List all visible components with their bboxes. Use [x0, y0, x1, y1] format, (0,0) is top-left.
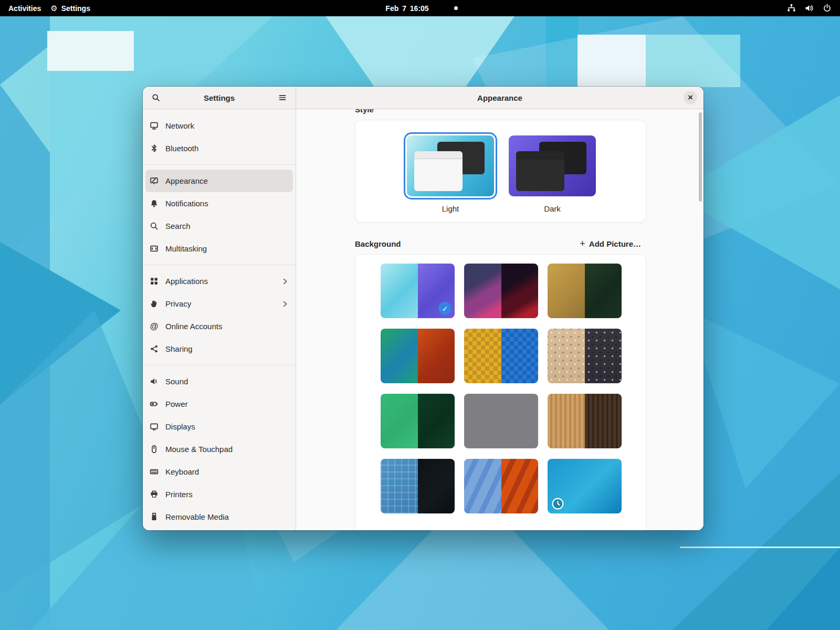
sidebar-item-privacy[interactable]: Privacy: [145, 292, 293, 315]
add-picture-button[interactable]: + Add Picture…: [575, 236, 645, 251]
sidebar-item-sound[interactable]: Sound: [145, 370, 293, 393]
wallpaper-thumbnail-waves-pink-red[interactable]: [464, 264, 538, 318]
keyboard-icon: [150, 467, 159, 476]
bluetooth-icon: [150, 144, 159, 153]
scrollbar-thumb[interactable]: [699, 112, 702, 202]
media-indicator-dot: [454, 6, 458, 10]
sidebar-item-displays[interactable]: Displays: [145, 415, 293, 438]
power-icon: [150, 400, 159, 408]
search-icon: [152, 93, 160, 102]
close-icon: ×: [688, 92, 693, 102]
sidebar-item-label: Appearance: [165, 176, 208, 185]
sidebar-item-label: Printers: [165, 490, 193, 499]
sidebar-item-label: Displays: [165, 422, 195, 431]
sidebar-item-applications[interactable]: Applications: [145, 270, 293, 292]
sidebar-separator: [143, 265, 296, 265]
sidebar-headerbar: Settings: [143, 87, 296, 109]
sidebar-item-online-accounts[interactable]: @Online Accounts: [145, 315, 293, 338]
mouse-icon: [150, 445, 159, 454]
applications-icon: [150, 277, 159, 286]
wallpaper-half: [464, 264, 501, 318]
wallpaper-half: [418, 329, 455, 383]
wallpaper-half: [585, 329, 622, 383]
settings-sidebar: Settings NetworkBluetoothAppearanceNotif…: [143, 87, 296, 530]
style-section-label: Style: [355, 109, 374, 114]
wallpaper-half: [548, 394, 585, 448]
preview-front-window: [414, 151, 463, 191]
sidebar-item-removable-media[interactable]: Removable Media: [145, 506, 293, 528]
wallpaper-half: [501, 329, 539, 383]
add-picture-label: Add Picture…: [589, 239, 641, 248]
appearance-scroll-area: Style: [296, 109, 704, 530]
sidebar-item-multitasking[interactable]: Multitasking: [145, 237, 293, 260]
sidebar-item-label: Bluetooth: [165, 144, 198, 153]
wallpaper-half: [464, 329, 501, 383]
background-section-header: Background + Add Picture…: [355, 235, 645, 252]
sidebar-item-label: Power: [165, 400, 188, 408]
sidebar-item-search[interactable]: Search: [145, 215, 293, 237]
sidebar-item-notifications[interactable]: Notifications: [145, 192, 293, 215]
displays-icon: [150, 422, 159, 431]
chevron-right-icon: [281, 278, 289, 285]
light-option-label: Light: [404, 204, 497, 213]
wallpaper-half: [464, 459, 501, 513]
wallpaper-thumbnail-tiles-blue-black[interactable]: [381, 459, 455, 513]
settings-window: Settings NetworkBluetoothAppearanceNotif…: [143, 87, 704, 530]
notifications-icon: [150, 199, 159, 208]
wallpaper-thumbnail-geometry-green-red[interactable]: [381, 329, 455, 383]
wallpaper-thumbnail-drips-blue-orange[interactable]: [464, 459, 538, 513]
sidebar-item-bluetooth[interactable]: Bluetooth: [145, 137, 293, 160]
sidebar-item-sharing[interactable]: Sharing: [145, 338, 293, 360]
wallpaper-thumbnail-green-duotone[interactable]: [381, 394, 455, 448]
network-icon: [150, 121, 159, 130]
online-accounts-icon: @: [150, 322, 159, 331]
light-style-preview: [407, 135, 494, 196]
slideshow-clock-badge: [551, 497, 564, 510]
sidebar-item-keyboard[interactable]: Keyboard: [145, 460, 293, 483]
sidebar-item-label: Multitasking: [165, 244, 207, 253]
style-option-light[interactable]: [404, 132, 497, 200]
style-option-dark[interactable]: [509, 135, 596, 196]
appearance-panel: Appearance × Style: [296, 87, 704, 530]
wallpaper-thumbnail-triangles-day-night[interactable]: ✓: [381, 264, 455, 318]
main-headerbar: Appearance ×: [296, 87, 704, 109]
sidebar-item-printers[interactable]: Printers: [145, 483, 293, 506]
sidebar-item-label: Removable Media: [165, 512, 229, 521]
sidebar-item-appearance[interactable]: Appearance: [145, 170, 293, 192]
hamburger-menu-icon: [278, 93, 287, 102]
sidebar-item-label: Notifications: [165, 199, 208, 208]
sidebar-separator: [143, 164, 296, 165]
sidebar-item-power[interactable]: Power: [145, 393, 293, 415]
close-window-button[interactable]: ×: [684, 91, 697, 104]
wallpaper-half: [585, 394, 622, 448]
wallpaper-thumbnail-adwaita-blue-timed[interactable]: [548, 459, 622, 513]
sidebar-item-mouse-touchpad[interactable]: Mouse & Touchpad: [145, 438, 293, 460]
wallpaper-thumbnail-wood-stripes[interactable]: [548, 394, 622, 448]
wallpaper-thumbnail-icon-collage[interactable]: [548, 329, 622, 383]
sidebar-item-label: Online Accounts: [165, 322, 222, 331]
wallpaper-half: [548, 264, 585, 318]
wallpaper-thumbnail-pixels-gold-blue[interactable]: [464, 329, 538, 383]
main-menu-button[interactable]: [275, 90, 290, 106]
printers-icon: [150, 490, 159, 499]
wallpaper-half: [381, 459, 418, 513]
wallpaper-half: [501, 459, 539, 513]
wallpaper-half: [548, 329, 585, 383]
page-title: Appearance: [477, 93, 522, 102]
sharing-icon: [150, 344, 159, 353]
wallpaper-half: [501, 264, 539, 318]
wallpaper-half: [464, 394, 538, 448]
preview-titlebar: [414, 151, 463, 159]
clock-button[interactable]: Feb 7 16:05: [382, 4, 432, 13]
wallpaper-thumbnail-solid-gray[interactable]: [464, 394, 538, 448]
appearance-icon: [150, 176, 159, 185]
sidebar-item-label: Mouse & Touchpad: [165, 445, 233, 454]
wallpaper-half: [381, 329, 418, 383]
sidebar-item-label: Sharing: [165, 344, 193, 353]
wallpaper-thumbnail-amber-forest[interactable]: [548, 264, 622, 318]
wallpaper-half: [418, 459, 455, 513]
sidebar-item-network[interactable]: Network: [145, 114, 293, 137]
sidebar-title: Settings: [143, 93, 296, 102]
plus-icon: +: [580, 239, 585, 248]
search-button[interactable]: [148, 90, 164, 106]
